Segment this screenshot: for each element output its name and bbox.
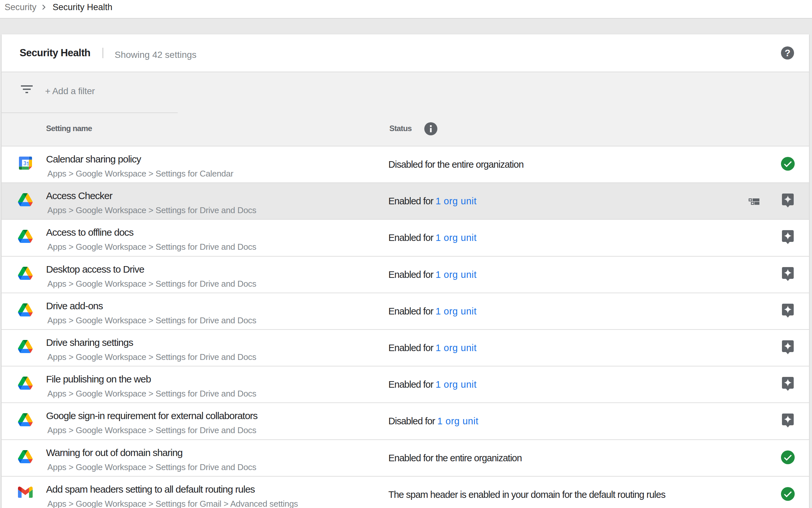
- svg-text:?: ?: [784, 48, 791, 58]
